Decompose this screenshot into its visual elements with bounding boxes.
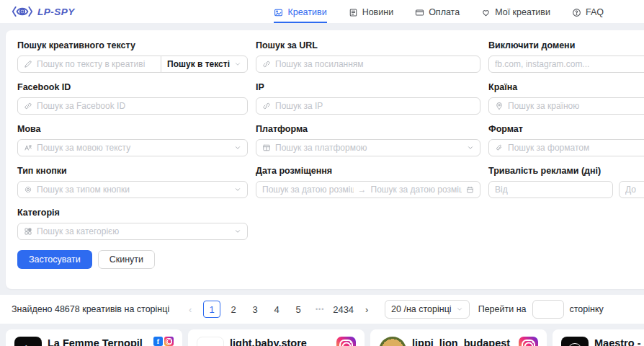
creatives-grid: La FEMME La Femme Ternopil 2025-11-20 21…: [6, 329, 644, 346]
ip-input[interactable]: [275, 101, 474, 111]
nav-label: Креативи: [287, 7, 326, 17]
goto-page-input[interactable]: [532, 300, 564, 319]
pencil-icon: [24, 60, 32, 68]
field-country: Країна: [488, 82, 644, 115]
language-select[interactable]: [17, 139, 248, 156]
creative-text-input-wrap: [17, 56, 161, 73]
duration-from-input[interactable]: [495, 185, 607, 195]
format-input[interactable]: [508, 143, 644, 153]
creative-text-input[interactable]: [37, 59, 155, 69]
url-input[interactable]: [275, 59, 474, 69]
eye-logo-icon: [12, 4, 33, 19]
field-label: Дата розміщення: [256, 166, 480, 176]
field-url: Пошук за URL: [256, 40, 480, 73]
nav-tab-creatives[interactable]: Креативи: [274, 0, 326, 23]
nav-label: Новини: [362, 7, 394, 17]
platform-grid-icon: [262, 143, 271, 152]
exclude-domains-input-wrap: [488, 56, 644, 73]
instagram-icon: [336, 337, 356, 346]
field-label: Мова: [17, 124, 248, 134]
category-select[interactable]: [17, 223, 248, 240]
creative-title[interactable]: La Femme Ternopil: [48, 337, 148, 346]
page-button-5[interactable]: 5: [290, 301, 307, 318]
image-icon: [274, 8, 283, 17]
goto-prefix: Перейти на: [478, 304, 527, 314]
field-language: Мова: [17, 124, 248, 156]
page-button-4[interactable]: 4: [268, 301, 285, 318]
goto-page: Перейти на сторінку: [478, 300, 604, 319]
page-button-2[interactable]: 2: [225, 301, 242, 318]
page-button-last[interactable]: 2434: [333, 301, 354, 318]
text-search-mode-select[interactable]: Пошук в тексті: [161, 56, 248, 73]
facebook-id-input[interactable]: [37, 101, 241, 111]
country-input[interactable]: [508, 101, 644, 111]
creative-title[interactable]: lippi_lion_budapest: [412, 337, 513, 346]
ip-input-wrap: [256, 97, 480, 115]
reset-button[interactable]: Скинути: [98, 250, 155, 269]
duration-to-input[interactable]: [625, 185, 644, 195]
chevron-down-icon: [467, 144, 474, 151]
instagram-icon: [519, 337, 538, 346]
prev-page-button[interactable]: ‹: [182, 301, 199, 318]
next-page-button[interactable]: ›: [358, 301, 375, 318]
field-duration: Тривалість реклами (дні): [488, 166, 644, 198]
field-label: Пошук за URL: [256, 40, 480, 50]
news-icon: [349, 8, 358, 17]
paperclip-icon: [495, 143, 504, 152]
date-range-picker[interactable]: →: [256, 181, 480, 198]
field-label: Виключити домени: [488, 40, 644, 50]
chevron-down-icon: [234, 144, 241, 151]
platform-icons: f Ω: [153, 337, 174, 346]
category-input[interactable]: [37, 226, 230, 236]
app-header: LP-SPY Креативи Новини: [0, 0, 644, 23]
button-type-input[interactable]: [37, 185, 230, 195]
apply-button[interactable]: Застосувати: [17, 250, 92, 269]
nav-tab-payment[interactable]: Оплата: [415, 0, 460, 23]
goto-suffix: сторінку: [570, 304, 604, 314]
field-button-type: Тип кнопки: [17, 166, 248, 198]
date-to-input[interactable]: [371, 185, 462, 195]
chevron-down-icon: [234, 61, 241, 68]
facebook-id-input-wrap: [17, 97, 248, 115]
creative-title[interactable]: light.baby.store: [230, 337, 331, 346]
nav-tab-faq[interactable]: FAQ: [572, 0, 604, 23]
card-icon: [415, 8, 424, 17]
creative-title[interactable]: Maestro - кухні, меб: [594, 337, 644, 346]
link-icon: [262, 60, 271, 68]
duration-to-wrap: [619, 181, 644, 198]
page-size-value: 20 /на сторінці: [391, 304, 452, 314]
app-logo[interactable]: LP-SPY: [12, 4, 75, 19]
field-label: Формат: [488, 124, 644, 134]
exclude-domains-input[interactable]: [495, 59, 644, 69]
link-icon: [24, 102, 32, 110]
field-label: Тривалість реклами (дні): [488, 166, 644, 176]
field-label: Країна: [488, 82, 644, 92]
nav-tab-news[interactable]: Новини: [349, 0, 394, 23]
page-button-1[interactable]: 1: [203, 301, 220, 318]
nav-tab-my-creatives[interactable]: Мої креативи: [481, 0, 550, 23]
avatar: [561, 337, 589, 346]
format-input-wrap: [488, 139, 644, 156]
field-label: Платформа: [256, 124, 480, 134]
question-icon: [572, 8, 581, 17]
button-type-select[interactable]: [17, 181, 248, 198]
page-size-select[interactable]: 20 /на сторінці: [385, 300, 470, 319]
field-label: Пошук креативного тексту: [17, 40, 248, 50]
chevron-down-icon: [234, 186, 241, 193]
page-button-3[interactable]: 3: [246, 301, 264, 318]
avatar: La FEMME: [14, 337, 42, 346]
results-summary: Знайдено 48678 креативів на сторінці: [12, 304, 169, 314]
jump-next-dots[interactable]: •••: [311, 301, 328, 318]
heart-icon: [481, 8, 491, 17]
platform-select[interactable]: [256, 139, 480, 156]
nav-label: FAQ: [586, 7, 604, 17]
platform-input[interactable]: [275, 143, 462, 153]
date-from-input[interactable]: [262, 185, 354, 195]
field-category: Категорія: [17, 208, 248, 240]
language-input[interactable]: [37, 143, 230, 153]
instagram-icon: [164, 337, 174, 346]
avatar: LIGHT BABY STORE: [197, 337, 224, 346]
field-label: Категорія: [17, 208, 248, 218]
field-platform: Платформа: [256, 124, 480, 156]
nav-label: Мої креативи: [495, 7, 550, 17]
